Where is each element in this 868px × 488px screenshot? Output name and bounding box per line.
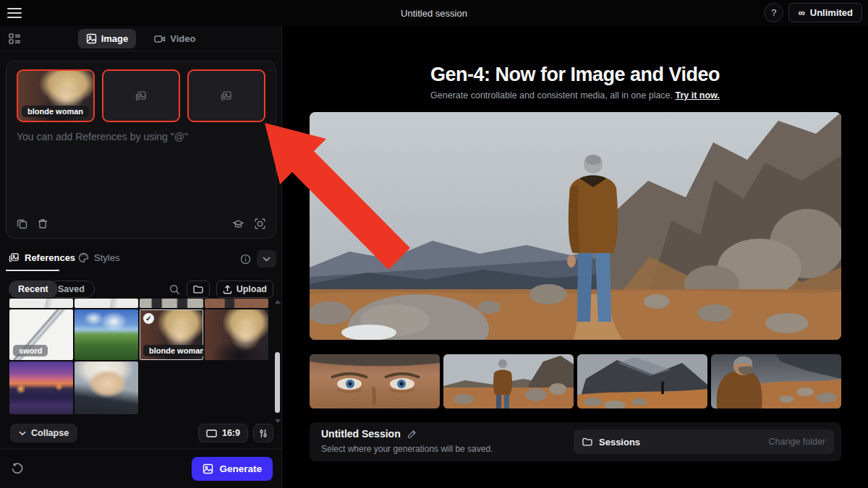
reference-thumb-night-street[interactable] — [9, 361, 73, 414]
thumbnail-man-walking[interactable] — [443, 354, 574, 408]
grid-row-cutoff — [9, 299, 268, 308]
reference-thumb[interactable] — [205, 299, 268, 308]
reference-thumb[interactable] — [75, 299, 138, 308]
tab-references-label: References — [25, 252, 75, 263]
history-icon[interactable] — [12, 463, 23, 474]
tab-references[interactable]: References — [9, 252, 75, 263]
app-window: Untitled session ? ∞ Unlimited — [0, 0, 868, 488]
chevron-down-icon — [263, 257, 271, 262]
upload-button[interactable]: Upload — [216, 281, 273, 298]
thumbnail-frame — [310, 354, 440, 408]
library-tabs: References Styles — [6, 249, 276, 271]
topbar-actions: ? ∞ Unlimited — [764, 3, 862, 22]
filter-saved[interactable]: Saved — [48, 281, 95, 298]
check-icon: ✓ — [143, 313, 154, 324]
search-icon[interactable] — [169, 284, 180, 295]
thumbnail-frame — [443, 354, 574, 408]
info-icon[interactable] — [240, 254, 251, 265]
thumbnail-man-profile[interactable] — [711, 354, 841, 408]
unlimited-plan-button[interactable]: ∞ Unlimited — [788, 3, 862, 22]
sidebar-header: Image Video — [0, 26, 281, 51]
reference-thumb-blonde-alley[interactable] — [205, 309, 268, 360]
thumbnail-frame — [577, 354, 707, 408]
topbar: Untitled session ? ∞ Unlimited — [0, 0, 868, 26]
folder-icon — [582, 437, 592, 446]
generate-button[interactable]: Generate — [192, 457, 273, 481]
upload-label: Upload — [237, 284, 267, 294]
mode-tabs: Image Video — [0, 29, 281, 48]
collapse-button[interactable]: Collapse — [10, 424, 77, 442]
generate-label: Generate — [219, 463, 262, 474]
reference-slot-1[interactable]: blonde woman — [17, 69, 95, 122]
learn-icon[interactable] — [232, 218, 244, 229]
tab-image[interactable]: Image — [78, 29, 137, 48]
prompt-input[interactable]: You can add References by using "@" — [17, 131, 188, 142]
image-icon — [86, 33, 97, 44]
reference-chip: blonde woman — [143, 345, 203, 356]
chevron-down-icon — [19, 431, 26, 436]
aspect-ratio-button[interactable]: 16:9 — [198, 424, 248, 442]
scroll-down-icon[interactable] — [275, 419, 281, 423]
tab-styles[interactable]: Styles — [78, 252, 119, 263]
reference-chip: sword — [13, 345, 48, 356]
reference-thumb-blonde-woman-selected[interactable]: ✓ blonde woman — [140, 309, 203, 360]
trash-icon[interactable] — [38, 218, 48, 229]
reference-chip: blonde woman — [22, 106, 89, 117]
help-icon: ? — [771, 7, 776, 18]
tab-styles-label: Styles — [94, 252, 119, 263]
references-icon — [9, 252, 20, 263]
reference-thumb-landscape[interactable] — [75, 309, 138, 360]
reference-thumb[interactable] — [9, 299, 73, 308]
collapse-row: Collapse 16:9 — [6, 424, 276, 442]
generation-settings-button[interactable] — [253, 424, 273, 442]
pencil-icon[interactable] — [407, 429, 417, 439]
duplicate-icon[interactable] — [17, 218, 27, 229]
image-icon — [203, 463, 213, 474]
reference-thumb-white-hair[interactable] — [75, 361, 138, 414]
reference-grid: sword ✓ blonde woman — [6, 299, 272, 423]
sessions-folder-bar[interactable]: Sessions Change folder — [574, 429, 834, 454]
reference-filter-row: Recent Saved Upload — [6, 281, 276, 299]
palette-icon — [78, 252, 89, 263]
result-thumbnails — [310, 354, 841, 408]
scrollbar-thumb[interactable] — [275, 352, 280, 413]
scroll-up-icon[interactable] — [275, 300, 281, 304]
reference-thumb[interactable] — [140, 299, 203, 308]
monitor-icon — [206, 429, 217, 437]
reference-thumb-sword[interactable]: sword — [9, 309, 73, 360]
sidebar: Image Video blonde woman — [0, 26, 282, 488]
session-panel: Untitled Session Select where your gener… — [310, 422, 841, 461]
hero-video[interactable] — [310, 112, 841, 340]
sessions-folder-label: Sessions — [599, 437, 640, 448]
tab-image-label: Image — [101, 33, 129, 44]
upload-icon — [223, 285, 232, 294]
prompt-actions — [17, 218, 265, 229]
tab-video-label: Video — [170, 33, 195, 44]
grid-scrollbar[interactable] — [274, 300, 281, 423]
grid-row-2 — [9, 361, 138, 414]
video-icon — [154, 34, 166, 44]
thumbnail-wide-valley[interactable] — [577, 354, 707, 408]
tab-video[interactable]: Video — [146, 29, 203, 48]
try-it-now-link[interactable]: Try it now. — [676, 90, 720, 100]
library-tools — [240, 250, 276, 267]
thumbnail-frame — [711, 354, 841, 408]
collapse-label: Collapse — [31, 428, 69, 438]
change-folder-link[interactable]: Change folder — [768, 437, 825, 447]
ratio-label: 16:9 — [222, 428, 240, 438]
reference-slot-3[interactable] — [187, 69, 265, 122]
help-button[interactable]: ? — [764, 3, 783, 22]
prompt-card: blonde woman You — [6, 61, 276, 239]
subtitle-text: Generate controllable and consistent med… — [430, 90, 673, 100]
reference-slot-2[interactable] — [102, 69, 180, 122]
character-reference-icon[interactable] — [255, 218, 265, 229]
folder-icon — [193, 285, 203, 294]
collapse-library-button[interactable] — [257, 250, 276, 267]
grid-row-1: sword ✓ blonde woman — [9, 309, 268, 360]
sliders-icon — [259, 429, 268, 438]
page-subtitle: Generate controllable and consistent med… — [282, 90, 868, 100]
thumbnail-face-closeup[interactable] — [310, 354, 440, 408]
page-title: Gen-4: Now for Image and Video — [282, 64, 868, 86]
browse-folder-button[interactable] — [187, 281, 210, 298]
hero-video-frame — [310, 112, 841, 340]
